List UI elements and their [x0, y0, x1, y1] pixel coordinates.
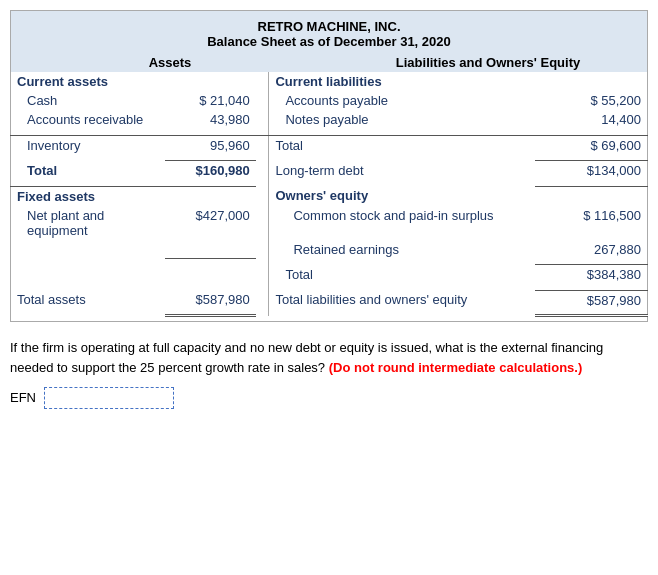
total-label: Total — [11, 161, 165, 181]
owners-equity-header: Owners' equity — [269, 186, 535, 206]
ltd-value: $134,000 — [535, 161, 647, 181]
efn-input[interactable] — [44, 387, 174, 409]
balance-sheet-header: RETRO MACHINE, INC. Balance Sheet as of … — [10, 10, 648, 53]
inventory-label: Inventory — [11, 135, 165, 155]
inventory-total-current-row: Inventory 95,960 Total $ 69,600 — [11, 135, 648, 155]
ar-np-row: Accounts receivable 43,980 Notes payable… — [11, 110, 648, 129]
np-label: Notes payable — [269, 110, 535, 129]
fixed-assets-header: Fixed assets — [11, 186, 165, 206]
total-value: $160,980 — [165, 161, 256, 181]
subtitle: Balance Sheet as of December 31, 2020 — [15, 34, 643, 49]
retained-value: 267,880 — [535, 240, 647, 259]
ltd-label: Long-term debt — [269, 161, 535, 181]
ap-label: Accounts payable — [269, 91, 535, 110]
net-plant-label: Net plant and equipment — [11, 206, 165, 240]
total-equity-row: Total $384,380 — [11, 265, 648, 285]
question-section: If the firm is operating at full capacit… — [10, 338, 648, 409]
total-liab-value: $587,980 — [535, 290, 647, 310]
assets-col-header: Assets — [11, 53, 329, 72]
liabilities-col-header: Liabilities and Owners' Equity — [329, 53, 647, 72]
total-assets-label: Total assets — [11, 290, 165, 310]
bottom-spacer — [11, 316, 648, 322]
common-value: $ 116,500 — [535, 206, 647, 240]
section-header-row: Current assets Current liabilities — [11, 72, 648, 91]
ar-label: Accounts receivable — [11, 110, 165, 129]
total-equity-label: Total — [269, 265, 535, 285]
company-name: RETRO MACHINE, INC. — [15, 19, 643, 34]
total-equity-value: $384,380 — [535, 265, 647, 285]
fixed-owners-row: Fixed assets Owners' equity — [11, 186, 648, 206]
total-current-value: $ 69,600 — [535, 135, 647, 155]
np-value: 14,400 — [535, 110, 647, 129]
cash-ap-row: Cash $ 21,040 Accounts payable $ 55,200 — [11, 91, 648, 110]
total-current-label: Total — [269, 135, 535, 155]
column-headers: Assets Liabilities and Owners' Equity — [10, 53, 648, 72]
efn-label: EFN — [10, 388, 36, 408]
question-text: If the firm is operating at full capacit… — [10, 338, 648, 377]
total-liab-label: Total liabilities and owners' equity — [269, 290, 535, 310]
question-bold: (Do not round intermediate calculations.… — [329, 360, 583, 375]
total-assets-value: $587,980 — [165, 290, 256, 310]
common-label: Common stock and paid-in surplus — [269, 206, 535, 240]
inventory-value: 95,960 — [165, 135, 256, 155]
total-assets-ltd-row: Total $160,980 Long-term debt $134,000 — [11, 161, 648, 181]
cash-label: Cash — [11, 91, 165, 110]
grand-total-row: Total assets $587,980 Total liabilities … — [11, 290, 648, 310]
ap-value: $ 55,200 — [535, 91, 647, 110]
net-plant-value: $427,000 — [165, 206, 256, 240]
current-liabilities-header: Current liabilities — [269, 72, 535, 91]
retained-label: Retained earnings — [269, 240, 535, 259]
retained-row: Retained earnings 267,880 — [11, 240, 648, 259]
current-assets-header: Current assets — [11, 72, 165, 91]
netplant-common-row: Net plant and equipment $427,000 Common … — [11, 206, 648, 240]
ar-value: 43,980 — [165, 110, 256, 129]
cash-value: $ 21,040 — [165, 91, 256, 110]
balance-sheet-table: Current assets Current liabilities Cash … — [10, 72, 648, 322]
efn-row: EFN — [10, 387, 648, 409]
